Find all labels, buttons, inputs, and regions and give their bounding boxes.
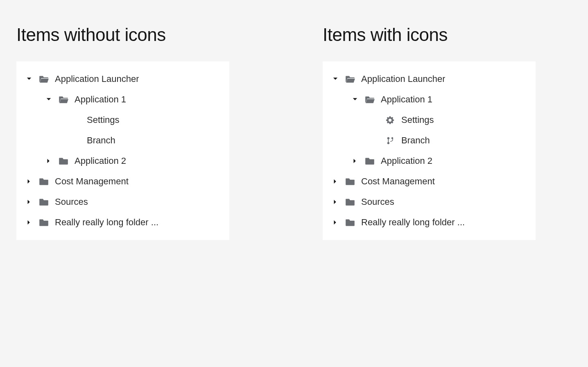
tree-node-label: Application Launcher (55, 74, 139, 84)
chevron-right-icon[interactable] (25, 219, 33, 226)
folder-open-icon (58, 94, 69, 105)
tree-node-branch[interactable]: Branch (25, 130, 220, 151)
tree-node-settings[interactable]: Settings (332, 110, 527, 130)
tree-node-application-launcher[interactable]: Application Launcher (332, 69, 527, 89)
tree-node-application-launcher[interactable]: Application Launcher (25, 69, 220, 89)
chevron-down-icon[interactable] (25, 75, 33, 83)
tree-node-settings[interactable]: Settings (25, 110, 220, 130)
chevron-right-icon[interactable] (25, 198, 33, 206)
tree-node-label: Application 2 (381, 156, 432, 166)
chevron-right-icon[interactable] (332, 219, 339, 226)
folder-closed-icon (38, 197, 49, 207)
tree-node-label: Sources (55, 197, 88, 207)
tree-node-application-2[interactable]: Application 2 (332, 151, 527, 171)
folder-closed-icon (58, 156, 69, 166)
tree-with-icons: Application Launcher Application 1 Setti… (323, 61, 536, 240)
tree-node-cost-management[interactable]: Cost Management (25, 171, 220, 192)
folder-open-icon (345, 74, 355, 84)
chevron-right-icon[interactable] (45, 157, 52, 165)
tree-node-sources[interactable]: Sources (25, 192, 220, 212)
tree-node-label: Application Launcher (361, 74, 445, 84)
folder-closed-icon (38, 217, 49, 228)
tree-node-label: Application 1 (75, 94, 126, 105)
tree-node-label: Application 1 (381, 94, 432, 105)
chevron-right-icon[interactable] (351, 157, 359, 165)
tree-node-application-2[interactable]: Application 2 (25, 151, 220, 171)
chevron-right-icon[interactable] (332, 178, 339, 185)
tree-node-label: Settings (87, 115, 120, 125)
chevron-down-icon[interactable] (351, 96, 359, 103)
tree-node-label: Sources (361, 197, 394, 207)
chevron-right-icon[interactable] (332, 198, 339, 206)
tree-node-long-folder[interactable]: Really really long folder ... (332, 212, 527, 233)
tree-node-application-1[interactable]: Application 1 (332, 89, 527, 110)
tree-node-cost-management[interactable]: Cost Management (332, 171, 527, 192)
folder-closed-icon (345, 176, 355, 187)
branch-icon (385, 135, 396, 146)
folder-closed-icon (345, 217, 355, 228)
tree-node-application-1[interactable]: Application 1 (25, 89, 220, 110)
chevron-right-icon[interactable] (25, 178, 33, 185)
chevron-down-icon[interactable] (332, 75, 339, 83)
chevron-down-icon[interactable] (45, 96, 52, 103)
folder-open-icon (38, 74, 49, 84)
folder-open-icon (364, 94, 375, 105)
tree-node-label: Branch (401, 135, 430, 146)
tree-node-label: Cost Management (55, 176, 129, 187)
folder-closed-icon (38, 176, 49, 187)
folder-closed-icon (345, 197, 355, 207)
tree-node-label: Application 2 (75, 156, 126, 166)
tree-node-label: Settings (401, 115, 434, 125)
gear-icon (385, 115, 396, 125)
tree-node-long-folder[interactable]: Really really long folder ... (25, 212, 220, 233)
section-without-icons: Items without icons Application Launcher… (16, 25, 265, 240)
tree-node-label: Branch (87, 135, 115, 146)
tree-node-label: Cost Management (361, 176, 435, 187)
section-title-without-icons: Items without icons (16, 25, 265, 45)
folder-closed-icon (364, 156, 375, 166)
tree-node-sources[interactable]: Sources (332, 192, 527, 212)
tree-node-label: Really really long folder ... (55, 217, 158, 228)
tree-node-branch[interactable]: Branch (332, 130, 527, 151)
section-title-with-icons: Items with icons (323, 25, 572, 45)
tree-without-icons: Application Launcher Application 1 Setti… (16, 61, 229, 240)
section-with-icons: Items with icons Application Launcher Ap… (323, 25, 572, 240)
tree-node-label: Really really long folder ... (361, 217, 465, 228)
